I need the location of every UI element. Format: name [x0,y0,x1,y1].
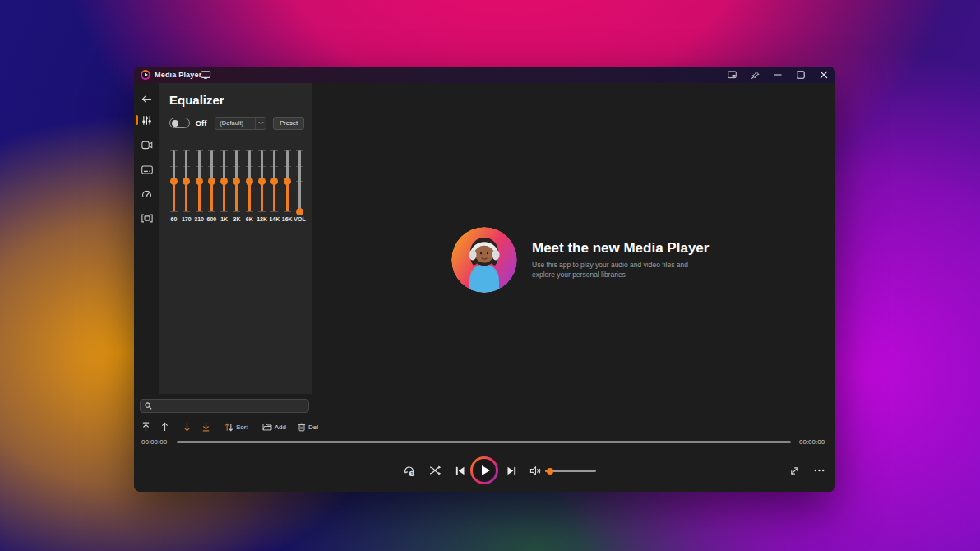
sidebar-item-playback-speed[interactable] [134,184,159,202]
sidebar-item-video-zoom[interactable] [134,209,159,227]
move-down-icon [183,422,192,432]
equalizer-sliders: 601703106001K3K6K12K14K16KVOL [169,150,305,226]
eq-tick [284,211,291,212]
back-button[interactable] [134,90,159,108]
playlist-search[interactable] [140,399,309,413]
eq-tick [233,211,240,212]
close-icon [820,71,828,79]
previous-button[interactable] [452,463,467,478]
eq-slider-1k[interactable]: 1K [219,150,229,226]
preset-dropdown[interactable]: (Default) [215,117,266,130]
eq-thumb[interactable] [284,178,291,185]
app-logo-icon [141,70,150,80]
folder-icon [262,423,272,431]
eq-thumb[interactable] [233,178,240,185]
pin-button[interactable] [743,67,766,83]
more-icon [814,469,825,472]
sort-button[interactable]: Sort [221,418,252,436]
playlist-toolbar: Sort Add Del [134,418,321,436]
hero-title: Meet the new Media Player [532,240,696,257]
eq-thumb[interactable] [296,208,303,215]
elapsed-time: 00:00:00 [141,438,167,446]
eq-slider-6k[interactable]: 6K [244,150,255,226]
eq-slider-14k[interactable]: 14K [269,150,280,226]
search-icon [145,402,152,410]
more-options-button[interactable] [811,463,826,478]
eq-tick [258,211,266,212]
minimize-icon [774,71,782,79]
eq-slider-600[interactable]: 600 [206,150,217,226]
sidebar-item-subtitles[interactable] [134,160,159,178]
transport-bar: 1 [134,451,835,489]
fullscreen-button[interactable] [787,463,802,478]
welcome-hero: Meet the new Media Player Use this app t… [312,83,835,437]
cast-to-device-button[interactable] [198,68,213,81]
shuffle-button[interactable] [428,463,442,478]
minimize-button[interactable] [766,67,789,83]
volume-thumb[interactable] [547,468,553,475]
eq-tick [183,211,190,212]
eq-tick [220,211,228,212]
eq-thumb[interactable] [246,178,253,185]
eq-slider-60[interactable]: 60 [169,150,179,226]
volume-icon [529,465,542,476]
total-time: 00:00:00 [799,438,825,446]
eq-thumb[interactable] [258,178,266,185]
mini-player-button[interactable] [720,67,743,83]
equalizer-icon [141,115,152,126]
eq-slider-3k[interactable]: 3K [231,150,242,226]
close-button[interactable] [812,67,835,83]
play-icon [473,459,496,482]
seek-bar[interactable] [177,441,791,443]
move-to-top-button[interactable] [136,418,155,436]
volume-slider[interactable] [545,463,596,478]
chevron-down-icon [255,118,266,129]
maximize-button[interactable] [789,67,812,83]
equalizer-toggle[interactable] [169,118,190,128]
sidebar-item-camera[interactable] [134,136,159,154]
eq-thumb[interactable] [220,178,228,185]
volume-button[interactable] [528,463,543,478]
subtitles-icon [141,165,153,174]
fullscreen-icon [789,465,800,476]
play-button[interactable] [470,456,498,484]
eq-slider-vol[interactable]: VOL [294,150,305,226]
move-up-button[interactable] [155,418,173,436]
eq-tick [246,211,253,212]
next-button[interactable] [504,463,519,478]
delete-button[interactable]: Del [294,418,321,436]
eq-thumb[interactable] [196,178,203,185]
shuffle-icon [429,465,441,475]
preset-dropdown-value: (Default) [215,119,255,127]
eq-slider-170[interactable]: 170 [181,150,192,226]
eq-slider-16k[interactable]: 16K [282,150,293,226]
sort-label: Sort [236,424,248,431]
desktop: Media Player [0,0,980,551]
next-icon [506,465,517,476]
add-button[interactable]: Add [259,418,289,436]
eq-thumb[interactable] [183,178,190,185]
video-camera-icon [141,141,153,150]
eq-tick [270,211,278,212]
del-label: Del [308,424,318,431]
search-input[interactable] [152,402,308,410]
preset-button[interactable]: Preset [273,117,304,130]
eq-thumb[interactable] [270,178,278,185]
svg-text:1: 1 [410,470,413,475]
titlebar[interactable]: Media Player [134,67,835,83]
move-down-button[interactable] [178,418,196,436]
sidebar-item-equalizer[interactable] [134,111,159,129]
eq-thumb[interactable] [208,178,215,185]
move-up-icon [160,422,169,432]
equalizer-panel-title: Equalizer [169,93,224,107]
repeat-button[interactable]: 1 [402,463,417,478]
pin-icon [751,71,760,80]
move-to-bottom-button[interactable] [196,418,215,436]
equalizer-toggle-label: Off [196,118,207,127]
eq-thumb[interactable] [170,178,178,185]
eq-slider-12k[interactable]: 12K [257,150,267,226]
maximize-icon [797,71,805,79]
eq-slider-310[interactable]: 310 [194,150,205,226]
monitor-icon [200,70,211,80]
media-player-window: Media Player [134,67,835,492]
